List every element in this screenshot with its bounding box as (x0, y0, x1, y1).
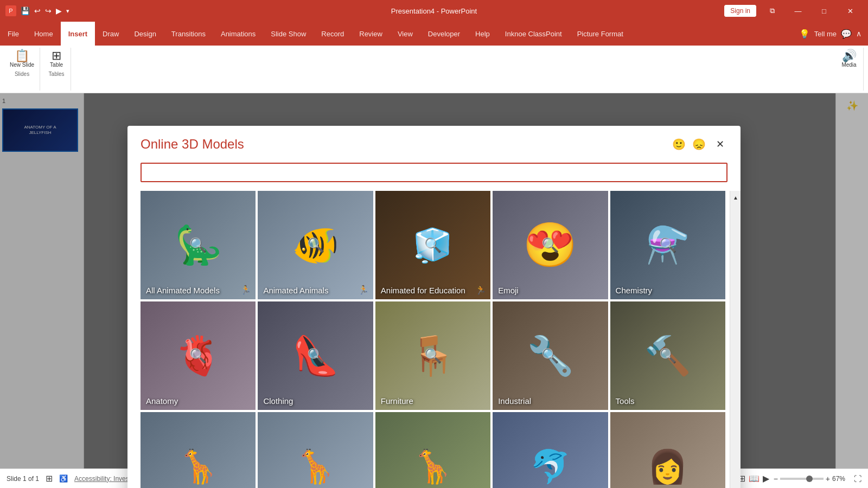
app-icon: P (5, 5, 16, 16)
fit-slide-icon[interactable]: ⛶ (854, 474, 861, 483)
3d-models-dialog: Online 3D Models 🙂 😞 ✕ 🦕 (127, 126, 741, 488)
clothing-label: Clothing (263, 396, 293, 406)
window-title: Presentation4 - PowerPoint (391, 7, 477, 15)
row3-1-image: 🦒 (141, 412, 256, 488)
slide-count: Slide 1 of 1 (7, 475, 39, 483)
system-buttons: ⧉ — □ ✕ (760, 0, 863, 22)
accessibility-icon: ♿ (59, 474, 68, 483)
search-icon-tools: 🔍 (659, 348, 676, 364)
main-area: 1 ANATOMY OF AJELLYFISH ✨ Online 3D Mode… (0, 93, 868, 468)
3d-animated-icon-1: 🏃 (240, 285, 251, 295)
search-icon-industrial: 🔍 (541, 348, 559, 364)
tab-slideshow[interactable]: Slide Show (263, 22, 314, 46)
search-icon-animals: 🔍 (307, 237, 324, 254)
redo-icon[interactable]: ↪ (45, 7, 52, 15)
minimize-button[interactable]: — (786, 0, 810, 22)
undo-icon[interactable]: ↩ (34, 7, 41, 15)
tab-developer[interactable]: Developer (420, 22, 468, 46)
toolbar-slides-group: 📋 New Slide Slides (4, 48, 40, 91)
category-row3-3[interactable]: 🦒 (375, 412, 490, 488)
new-slide-button[interactable]: 📋 New Slide (8, 49, 36, 69)
table-button[interactable]: ⊞ Table (46, 49, 67, 69)
category-tools[interactable]: 🔨 🔍 Tools (610, 301, 725, 410)
toolbar-tables-group: ⊞ Table Tables (42, 48, 71, 91)
zoom-out-icon[interactable]: − (774, 474, 778, 483)
3d-animated-icon-2: 🏃 (358, 285, 369, 295)
present-icon[interactable]: ▶ (56, 7, 62, 15)
reading-view-icon[interactable]: 📖 (749, 473, 760, 484)
row3-2-image: 🦒 (258, 412, 373, 488)
lightbulb-icon: 💡 (799, 29, 810, 39)
media-button[interactable]: 🔊 Media (838, 49, 860, 69)
tables-group-label: Tables (49, 71, 65, 77)
thumbs-down-icon[interactable]: 😞 (692, 138, 706, 151)
save-icon[interactable]: 💾 (21, 7, 30, 15)
tab-file[interactable]: File (0, 22, 27, 46)
modal-overlay: Online 3D Models 🙂 😞 ✕ 🦕 (0, 93, 868, 468)
animated-education-label: Animated for Education (381, 286, 465, 295)
category-animated-animals[interactable]: 🐠 🔍 Animated Animals 🏃 (258, 191, 373, 299)
tab-picture-format[interactable]: Picture Format (570, 22, 631, 46)
category-chemistry[interactable]: ⚗️ 🔍 Chemistry (610, 191, 725, 299)
category-industrial[interactable]: 🔧 🔍 Industrial (493, 301, 608, 410)
scroll-up-arrow[interactable]: ▲ (730, 192, 741, 203)
category-all-animated[interactable]: 🦕 🔍 All Animated Models 🏃 (141, 191, 256, 299)
tab-design[interactable]: Design (126, 22, 163, 46)
dialog-close-button[interactable]: ✕ (712, 137, 727, 152)
search-bar (141, 163, 727, 182)
category-clothing[interactable]: 👠 🔍 Clothing (258, 301, 373, 410)
category-row3-4[interactable]: 🐬 (493, 412, 608, 488)
ribbon-toolbar: 📋 New Slide Slides ⊞ Table Tables 🔊 Medi… (0, 46, 868, 93)
toolbar-media-group: 🔊 Media (835, 48, 864, 91)
dialog-title: Online 3D Models (141, 137, 244, 152)
tab-draw[interactable]: Draw (95, 22, 126, 46)
statusbar-left: Slide 1 of 1 ⊞ ♿ Accessibility: Investig… (7, 473, 145, 484)
tab-help[interactable]: Help (468, 22, 497, 46)
maximize-button[interactable]: □ (812, 0, 837, 22)
tab-view[interactable]: View (390, 22, 420, 46)
category-animated-education[interactable]: 🧊 🔍 Animated for Education 🏃 (375, 191, 490, 299)
titlebar-left: P 💾 ↩ ↪ ▶ ▾ (5, 5, 69, 16)
all-animated-label: All Animated Models (146, 286, 220, 295)
search-icon-education: 🔍 (424, 237, 442, 254)
zoom-thumb[interactable] (806, 476, 813, 482)
category-row3-1[interactable]: 🦒 (141, 412, 256, 488)
restore-button[interactable]: ⧉ (760, 0, 784, 22)
thumbs-up-icon[interactable]: 🙂 (672, 138, 686, 151)
table-icon: ⊞ (52, 50, 61, 62)
3d-animated-icon-3: 🏃 (475, 285, 486, 295)
category-furniture[interactable]: 🪑 🔍 Furniture (375, 301, 490, 410)
tab-animations[interactable]: Animations (213, 22, 263, 46)
sign-in-button[interactable]: Sign in (724, 5, 756, 17)
slide-view-normal[interactable]: ⊞ (46, 473, 53, 484)
search-input[interactable] (141, 163, 727, 182)
tab-home[interactable]: Home (27, 22, 61, 46)
row3-4-image: 🐬 (493, 412, 608, 488)
chemistry-label: Chemistry (616, 286, 653, 295)
comments-icon[interactable]: 💬 (841, 29, 852, 39)
tab-insert[interactable]: Insert (61, 22, 95, 46)
presenter-view-icon[interactable]: ▶ (763, 473, 769, 484)
media-icon: 🔊 (842, 50, 857, 62)
category-row3-5[interactable]: 👩 (610, 412, 725, 488)
tell-me[interactable]: Tell me (814, 30, 837, 38)
row3-3-image: 🦒 (375, 412, 490, 488)
scroll-arrows: ▲ ▼ (730, 191, 741, 488)
collapse-ribbon-icon[interactable]: ∧ (856, 29, 861, 38)
furniture-label: Furniture (381, 396, 413, 406)
media-label: Media (841, 62, 856, 68)
new-slide-label: New Slide (10, 62, 34, 68)
category-anatomy[interactable]: 🫀 🔍 Anatomy (141, 301, 256, 410)
tab-transitions[interactable]: Transitions (164, 22, 213, 46)
tab-record[interactable]: Record (314, 22, 352, 46)
zoom-slider[interactable] (780, 478, 824, 480)
category-row3-2[interactable]: 🦒 (258, 412, 373, 488)
tab-review[interactable]: Review (352, 22, 390, 46)
zoom-in-icon[interactable]: + (826, 474, 830, 483)
tab-inknoe[interactable]: Inknoe ClassPoint (497, 22, 570, 46)
anatomy-label: Anatomy (146, 396, 178, 406)
zoom-level[interactable]: 67% (832, 475, 850, 483)
category-emoji[interactable]: 😍 🔍 Emoji (493, 191, 608, 299)
dropdown-icon[interactable]: ▾ (66, 8, 69, 15)
close-button[interactable]: ✕ (838, 0, 863, 22)
